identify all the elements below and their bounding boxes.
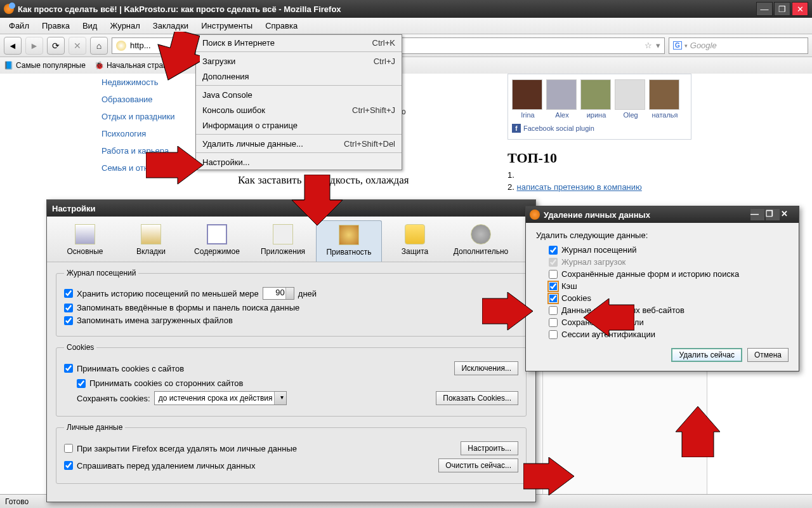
dialog-titlebar[interactable]: Удаление личных данных — ❐ ✕ (526, 206, 799, 223)
clear-option: Журнал посещений (549, 245, 789, 255)
ladybug-icon: 🐞 (95, 61, 104, 70)
remember-forms-checkbox[interactable] (64, 304, 73, 312)
dropdown-icon[interactable]: ▾ (656, 41, 660, 50)
search-placeholder: Google (690, 41, 717, 50)
history-group: Журнал посещений Хранить историю посещен… (56, 269, 527, 337)
close-button[interactable]: ✕ (792, 2, 808, 16)
clear-option: Журнал загрузок (549, 257, 789, 267)
third-party-cookies-checkbox[interactable] (77, 379, 86, 388)
clear-on-close-checkbox[interactable] (64, 444, 73, 453)
minimize-button[interactable]: — (756, 2, 773, 16)
search-engine-icon[interactable]: G (673, 41, 682, 50)
top10-item: 1. (508, 170, 691, 180)
menu-item[interactable]: Дополнения (196, 69, 402, 84)
menu-item[interactable]: Поиск в ИнтернетеCtrl+K (196, 35, 402, 50)
tab-icon (471, 224, 491, 244)
option-checkbox[interactable] (549, 246, 558, 255)
dialog-maximize-button[interactable]: ❐ (766, 209, 780, 220)
private-data-group: Личные данные При закрытии Firefox всегд… (56, 423, 527, 484)
option-checkbox[interactable] (549, 294, 558, 303)
group-legend: Журнал посещений (64, 269, 138, 277)
nav-toolbar: ◄ ► ⟳ ✕ ⌂ http... ☆ ▾ G ▾ Google (0, 34, 812, 57)
clear-option: Кэш (549, 281, 789, 291)
clear-now-button[interactable]: Очистить сейчас... (438, 458, 518, 472)
clear-option: Cookies (549, 293, 789, 303)
reload-button[interactable]: ⟳ (47, 37, 65, 55)
ask-before-clear-checkbox[interactable] (64, 461, 73, 470)
dialog-minimize-button[interactable]: — (750, 209, 764, 220)
dialog-prompt: Удалить следующие данные: (536, 231, 789, 240)
option-checkbox[interactable] (549, 330, 558, 339)
search-engine-dropdown-icon[interactable]: ▾ (684, 43, 688, 49)
search-bar[interactable]: G ▾ Google (669, 37, 808, 54)
tools-dropdown: Поиск в ИнтернетеCtrl+KЗагрузкиCtrl+JДоп… (195, 34, 402, 170)
accept-cookies-checkbox[interactable] (64, 364, 73, 373)
menu-item[interactable]: ЗагрузкиCtrl+J (196, 53, 402, 69)
settings-titlebar[interactable]: Настройки (47, 200, 535, 217)
star-icon[interactable]: ☆ (645, 41, 652, 50)
tab-icon (75, 224, 95, 244)
menu-item[interactable]: Настройки... (196, 154, 402, 170)
top10-link[interactable]: написать претензию в компанию (516, 182, 641, 192)
settings-tab[interactable]: Содержимое (184, 220, 250, 262)
keep-history-checkbox[interactable] (64, 289, 73, 298)
forward-button[interactable]: ► (25, 37, 43, 55)
dialog-close-button[interactable]: ✕ (781, 209, 795, 220)
exceptions-button[interactable]: Исключения... (454, 361, 518, 375)
option-checkbox[interactable] (549, 270, 558, 279)
menu-item[interactable]: Информация о странице (196, 117, 402, 133)
settings-tab[interactable]: Приложения (250, 220, 316, 262)
top10-heading: ТОП-10 (508, 150, 691, 166)
remember-downloads-checkbox[interactable] (64, 316, 73, 325)
facebook-widget: Irina Alex ирина Oleg наталья f Facebook… (508, 74, 691, 140)
menu-help[interactable]: Справка (259, 19, 304, 32)
menu-edit[interactable]: Правка (36, 19, 76, 32)
firefox-icon (530, 210, 540, 220)
home-button[interactable]: ⌂ (90, 37, 108, 55)
maximize-button[interactable]: ❐ (774, 2, 790, 16)
configure-button[interactable]: Настроить... (461, 441, 518, 455)
bookmark-popular[interactable]: 📘Самые популярные (4, 61, 86, 70)
bookmark-startpage[interactable]: 🐞Начальная страница (95, 61, 180, 70)
bookmarks-toolbar: 📘Самые популярные 🐞Начальная страница (0, 57, 812, 74)
window-title: Как просто сделать всё! | KakProsto.ru: … (18, 4, 755, 14)
settings-tab[interactable]: Защита (382, 220, 448, 262)
stop-button[interactable]: ✕ (69, 37, 86, 55)
keep-cookies-select[interactable]: до истечения срока их действия (154, 391, 287, 405)
menu-tools[interactable]: Инструменты (195, 19, 259, 32)
browser-titlebar: Как просто сделать всё! | KakProsto.ru: … (0, 0, 812, 18)
days-spinner[interactable]: 90 (263, 287, 294, 300)
menu-file[interactable]: Файл (3, 19, 36, 32)
menu-bookmarks[interactable]: Закладки (147, 19, 195, 32)
delete-now-button[interactable]: Удалить сейчас (671, 348, 742, 362)
menubar: Файл Правка Вид Журнал Закладки Инструме… (0, 18, 812, 34)
settings-window: Настройки ОсновныеВкладкиСодержимоеПрило… (46, 199, 536, 502)
option-checkbox[interactable] (549, 318, 558, 327)
firefox-icon (4, 4, 14, 14)
show-cookies-button[interactable]: Показать Cookies... (436, 391, 518, 405)
settings-tab[interactable]: Основные (52, 220, 118, 262)
menu-item[interactable]: Java Console (196, 87, 402, 102)
tab-icon (207, 224, 227, 244)
option-checkbox[interactable] (549, 282, 558, 291)
menu-item[interactable]: Удалить личные данные...Ctrl+Shift+Del (196, 136, 402, 151)
clear-option: Данные автономных веб-сайтов (549, 305, 789, 315)
tab-icon (273, 224, 293, 244)
menu-view[interactable]: Вид (76, 19, 104, 32)
aside-box: оглашение (542, 353, 707, 494)
clear-option: Сохранённые пароли (549, 318, 789, 327)
tab-icon (405, 224, 425, 244)
option-checkbox[interactable] (549, 306, 558, 315)
group-legend: Личные данные (64, 423, 125, 432)
settings-tabs: ОсновныеВкладкиСодержимоеПриложенияПрива… (47, 217, 535, 262)
settings-tab[interactable]: Приватность (316, 220, 382, 262)
settings-title: Настройки (52, 204, 96, 213)
menu-item[interactable]: Консоль ошибокCtrl+Shift+J (196, 102, 402, 117)
settings-tab[interactable]: Вкладки (118, 220, 184, 262)
menu-history[interactable]: Журнал (103, 19, 146, 32)
back-button[interactable]: ◄ (4, 37, 22, 55)
settings-tab[interactable]: Дополнительно (448, 220, 514, 262)
cancel-button[interactable]: Отмена (747, 348, 789, 362)
article-title[interactable]: Как заставить ть жидкость, охлаждая (238, 174, 492, 187)
tab-icon (339, 225, 359, 245)
